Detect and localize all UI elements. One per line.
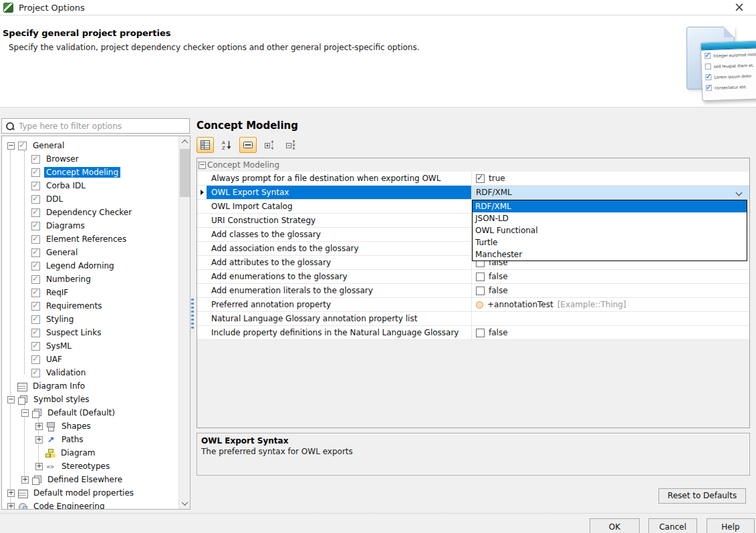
cancel-button[interactable]: Cancel xyxy=(648,518,697,533)
panel-splitter[interactable] xyxy=(191,299,194,329)
expand-icon[interactable]: + xyxy=(35,463,43,470)
checkbox-checked-icon[interactable] xyxy=(31,168,40,177)
tree-item-general[interactable]: −General xyxy=(2,139,178,152)
checkbox-unchecked-icon[interactable] xyxy=(476,287,485,295)
collapse-icon[interactable]: − xyxy=(21,409,29,417)
tree-item-label[interactable]: UAF xyxy=(44,354,64,365)
checkbox-checked-icon[interactable] xyxy=(31,369,40,377)
collapse-group-icon[interactable]: − xyxy=(199,162,206,169)
tree-item-shapes[interactable]: +Shapes xyxy=(2,419,178,433)
tree-item-label[interactable]: Styling xyxy=(44,314,76,325)
tree-item-styling[interactable]: Styling xyxy=(2,313,178,326)
tree-item-reqif[interactable]: ReqIF xyxy=(2,286,178,299)
tree-item-label[interactable]: DDL xyxy=(44,194,65,204)
tree-item-default-default[interactable]: −Default (Default) xyxy=(2,406,178,419)
tree-item-defined-elsewhere[interactable]: +Defined Elsewhere xyxy=(2,473,178,486)
tree-item-code-engineering[interactable]: +Code Engineering xyxy=(2,500,178,510)
tree-item-label[interactable]: ReqIF xyxy=(44,287,70,298)
property-name[interactable]: Add enumeration literals to the glossary xyxy=(207,284,471,297)
tree-item-label[interactable]: Symbol styles xyxy=(31,394,92,405)
expand-icon[interactable]: + xyxy=(35,423,43,430)
checkbox-unchecked-icon[interactable] xyxy=(476,329,485,337)
checkbox-checked-icon[interactable] xyxy=(31,235,40,244)
checkbox-checked-icon[interactable] xyxy=(31,355,40,364)
property-row-add-enumeration-literals-to-the-glossary[interactable]: Add enumeration literals to the glossary… xyxy=(197,284,749,298)
checkbox-checked-icon[interactable] xyxy=(18,142,27,150)
tree-item-dependency-checker[interactable]: Dependency Checker xyxy=(2,206,178,219)
expand-all-button[interactable] xyxy=(261,137,278,153)
tree-item-label[interactable]: Default model properties xyxy=(31,488,136,498)
dropdown-option-owl-functional[interactable]: OWL Functional xyxy=(473,224,747,236)
property-row-natural-language-glossary-annotation-property-list[interactable]: Natural Language Glossary annotation pro… xyxy=(197,312,749,326)
tree-item-label[interactable]: General xyxy=(31,140,66,151)
dropdown-option-rdf-xml[interactable]: RDF/XML xyxy=(473,200,747,212)
tree-item-label[interactable]: Diagram xyxy=(59,448,98,458)
tree-item-label[interactable]: Default (Default) xyxy=(45,407,117,418)
checkbox-checked-icon[interactable] xyxy=(31,315,40,324)
filter-input[interactable] xyxy=(19,122,189,131)
property-row-include-property-definitions-in-the-natural-language-glossary[interactable]: Include property definitions in the Natu… xyxy=(197,326,749,340)
property-value[interactable]: false xyxy=(471,284,749,297)
close-icon[interactable]: × xyxy=(729,0,749,15)
help-button[interactable]: Help xyxy=(707,518,755,533)
tree-scrollbar[interactable] xyxy=(178,136,190,509)
tree-item-numbering[interactable]: Numbering xyxy=(2,273,178,286)
property-name[interactable]: Add association ends to the glossary xyxy=(207,242,471,255)
tree-item-symbol-styles[interactable]: −Symbol styles xyxy=(2,393,178,406)
tree-item-browser[interactable]: Browser xyxy=(2,152,178,166)
checkbox-checked-icon[interactable] xyxy=(31,182,40,190)
tree-item-label[interactable]: Shapes xyxy=(59,421,93,431)
tree-item-label[interactable]: SysML xyxy=(44,341,74,351)
tree-item-element-references[interactable]: Element References xyxy=(2,232,178,246)
ok-button[interactable]: OK xyxy=(590,518,640,533)
tree-item-label[interactable]: Defined Elsewhere xyxy=(45,474,124,485)
property-name[interactable]: Add enumerations to the glossary xyxy=(207,270,471,283)
sort-alphabetically-button[interactable]: A Z xyxy=(218,137,235,153)
tree-item-label[interactable]: Paths xyxy=(59,434,86,445)
tree-item-default-model-properties[interactable]: +Default model properties xyxy=(2,486,178,500)
dropdown-option-manchester[interactable]: Manchester xyxy=(473,248,747,260)
property-name[interactable]: Always prompt for a file destination whe… xyxy=(207,172,471,185)
tree-item-suspect-links[interactable]: Suspect Links xyxy=(2,326,178,339)
dropdown-option-turtle[interactable]: Turtle xyxy=(473,236,747,248)
tree-item-label[interactable]: Element References xyxy=(44,234,128,244)
tree-item-label[interactable]: Legend Adorning xyxy=(44,260,116,271)
checkbox-checked-icon[interactable] xyxy=(31,275,40,284)
tree-item-uaf[interactable]: UAF xyxy=(2,353,178,366)
show-description-button[interactable] xyxy=(239,137,257,153)
checkbox-checked-icon[interactable] xyxy=(31,329,40,337)
tree-item-paths[interactable]: +↗Paths xyxy=(2,433,178,446)
tree-item-label[interactable]: Validation xyxy=(44,367,88,378)
checkbox-checked-icon[interactable] xyxy=(31,302,40,311)
tree-item-corba-idl[interactable]: Corba IDL xyxy=(2,179,178,192)
tree-item-label[interactable]: Requirements xyxy=(44,301,104,311)
property-row-always-prompt-for-a-file-destination-when-exporting-owl[interactable]: Always prompt for a file destination whe… xyxy=(197,172,749,186)
checkbox-checked-icon[interactable] xyxy=(31,222,40,230)
tree-item-general[interactable]: General xyxy=(2,246,178,259)
checkbox-checked-icon[interactable] xyxy=(31,195,40,204)
checkbox-checked-icon[interactable] xyxy=(31,208,40,217)
categorized-view-button[interactable] xyxy=(197,137,214,153)
property-name[interactable]: OWL Export Syntax xyxy=(207,186,471,199)
dropdown-option-json-ld[interactable]: JSON-LD xyxy=(473,212,747,224)
tree-item-label[interactable]: Stereotypes xyxy=(59,461,112,472)
tree-item-label[interactable]: Suspect Links xyxy=(44,327,103,338)
checkbox-checked-icon[interactable] xyxy=(31,289,40,297)
property-value[interactable]: false xyxy=(471,270,749,283)
tree-item-stereotypes[interactable]: +«»Stereotypes xyxy=(2,460,178,473)
tree-item-validation[interactable]: Validation xyxy=(2,366,178,379)
property-value[interactable] xyxy=(471,312,749,325)
tree-item-label[interactable]: Browser xyxy=(44,154,81,164)
tree-item-concept-modeling[interactable]: Concept Modeling xyxy=(2,166,178,179)
property-group-header[interactable]: − Concept Modeling xyxy=(197,158,749,172)
checkbox-checked-icon[interactable] xyxy=(476,174,485,183)
property-row-preferred-annotation-property[interactable]: Preferred annotation property+annotation… xyxy=(197,298,749,312)
tree-item-label[interactable]: Diagrams xyxy=(44,220,87,231)
property-name[interactable]: Include property definitions in the Natu… xyxy=(207,326,471,339)
property-row-owl-export-syntax[interactable]: OWL Export SyntaxRDF/XML xyxy=(197,186,749,200)
checkbox-checked-icon[interactable] xyxy=(31,262,40,271)
tree-item-label[interactable]: Numbering xyxy=(44,274,93,285)
tree-item-requirements[interactable]: Requirements xyxy=(2,299,178,313)
tree-item-label[interactable]: Code Engineering xyxy=(31,501,107,510)
property-value[interactable]: +annotationTest[Example::Thing] xyxy=(471,298,749,311)
